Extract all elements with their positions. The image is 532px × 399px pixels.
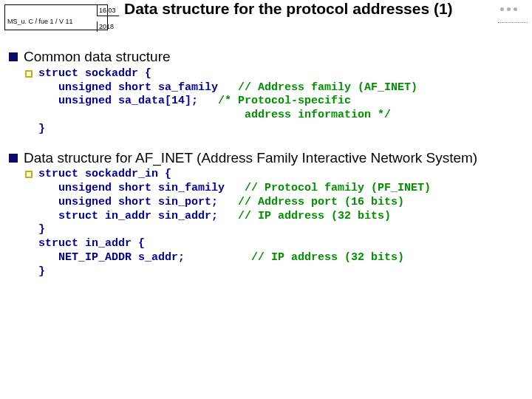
page-title: Data structure for the protocol addresse… — [124, 0, 471, 17]
square-bullet-icon — [9, 154, 18, 163]
section1-code-row: struct sockaddr { unsigned short sa_fami… — [25, 67, 526, 137]
decoration-dots — [500, 7, 517, 11]
course-label: MS_u. C / fue 1 / V 11 — [7, 18, 73, 25]
date-top: 16.03 — [97, 5, 119, 16]
hollow-bullet-icon — [25, 70, 33, 78]
hollow-bullet-icon — [25, 171, 33, 178]
decoration-rule — [498, 22, 528, 23]
slide-body: Common data structure struct sockaddr { … — [9, 46, 526, 279]
section1-heading-row: Common data structure — [9, 49, 526, 66]
date-bottom: 2018 — [97, 21, 119, 32]
section1-code: struct sockaddr { unsigned short sa_fami… — [38, 67, 417, 137]
section2-heading-row: Data structure for AF_INET (Address Fami… — [9, 150, 526, 167]
section2-heading: Data structure for AF_INET (Address Fami… — [24, 150, 477, 167]
square-bullet-icon — [9, 52, 18, 61]
slide: 16.03 2018 MS_u. C / fue 1 / V 11 Data s… — [0, 0, 532, 399]
section2-code: struct sockaddr_in { unsigend short sin_… — [38, 168, 431, 279]
section1-heading: Common data structure — [24, 49, 171, 66]
section2-code-row: struct sockaddr_in { unsigend short sin_… — [25, 168, 526, 279]
